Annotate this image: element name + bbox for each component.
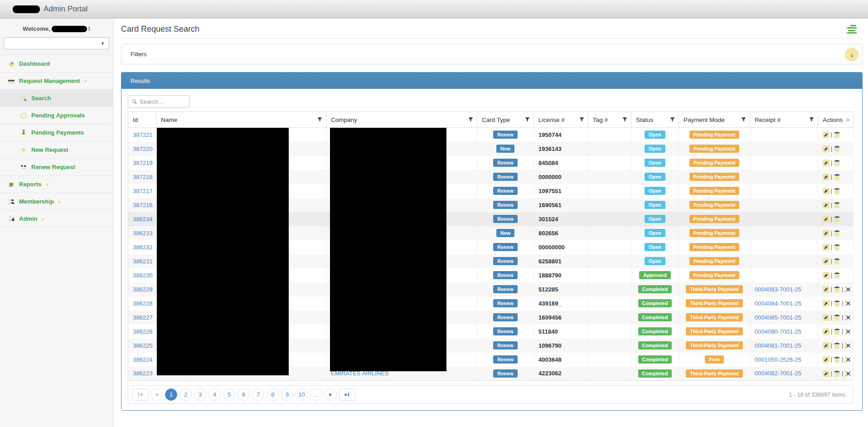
sidebar-item-admin[interactable]: Admin›	[0, 210, 113, 227]
request-id-link[interactable]: 386223	[133, 370, 152, 377]
pager-prev-button[interactable]: ◀	[150, 388, 163, 401]
edit-icon[interactable]	[823, 272, 829, 279]
edit-icon[interactable]	[823, 286, 829, 293]
request-id-link[interactable]: 387219	[133, 160, 152, 166]
request-id-link[interactable]: 386233	[133, 230, 152, 237]
filter-funnel-icon[interactable]	[468, 117, 473, 122]
request-id-link[interactable]: 386228	[133, 300, 152, 307]
delete-icon[interactable]	[834, 188, 840, 194]
column-header[interactable]: Id	[128, 112, 156, 128]
delete-icon[interactable]	[834, 174, 840, 180]
edit-icon[interactable]	[823, 230, 829, 237]
request-id-link[interactable]: 386227	[133, 314, 152, 321]
filters-collapse-button[interactable]: ↓	[845, 48, 858, 61]
delete-icon[interactable]	[834, 300, 840, 307]
column-header[interactable]: Tag #	[588, 112, 631, 128]
delete-icon[interactable]	[834, 146, 840, 152]
scissors-icon[interactable]	[844, 342, 851, 349]
delete-icon[interactable]	[834, 202, 840, 209]
request-id-link[interactable]: 386224	[133, 356, 152, 363]
scissors-icon[interactable]	[844, 328, 851, 335]
sidebar-dropdown[interactable]: ▼	[4, 37, 109, 49]
page-button-8[interactable]: 8	[267, 388, 279, 401]
delete-icon[interactable]	[834, 244, 840, 251]
receipt-link[interactable]: 0004082-7001-25	[755, 370, 801, 377]
request-id-link[interactable]: 386232	[133, 244, 152, 251]
receipt-link[interactable]: 0001050-2526-25	[755, 356, 801, 363]
column-header[interactable]: Actions >	[818, 112, 853, 128]
sidebar-item-search[interactable]: Search	[0, 89, 113, 107]
sidebar-item-reports[interactable]: Reports›	[0, 175, 113, 193]
scissors-icon[interactable]	[844, 286, 851, 293]
page-button-3[interactable]: 3	[194, 388, 206, 401]
page-button-5[interactable]: 5	[223, 388, 235, 401]
delete-icon[interactable]	[834, 258, 840, 265]
pager-first-button[interactable]: ◀	[132, 388, 148, 401]
receipt-link[interactable]: 0004085-7001-25	[755, 314, 801, 321]
page-button-1[interactable]: 1	[165, 388, 177, 401]
edit-icon[interactable]	[823, 370, 829, 377]
sidebar-item-new-request[interactable]: New Request	[0, 141, 113, 158]
sidebar-item-request-management[interactable]: Request Management›	[0, 72, 113, 89]
request-id-link[interactable]: 387217	[133, 188, 152, 194]
column-header[interactable]: Name	[156, 112, 326, 128]
edit-icon[interactable]	[823, 146, 829, 152]
edit-icon[interactable]	[823, 202, 829, 209]
column-header[interactable]: License #	[534, 112, 588, 128]
page-button-9[interactable]: 9	[281, 388, 293, 401]
receipt-link[interactable]: 0004083-7001-25	[755, 286, 801, 293]
receipt-link[interactable]: 0004084-7001-25	[755, 300, 801, 307]
scissors-icon[interactable]	[844, 370, 851, 377]
sidebar-item-pending-approvals[interactable]: Pending Approvals	[0, 107, 113, 124]
edit-icon[interactable]	[823, 131, 829, 138]
sidebar-item-membership[interactable]: Membership›	[0, 193, 113, 210]
delete-icon[interactable]	[834, 314, 840, 321]
column-header[interactable]: Card Type	[477, 112, 534, 128]
delete-icon[interactable]	[834, 160, 840, 166]
sidebar-item-pending-payments[interactable]: $ Pending Payments	[0, 124, 113, 141]
column-header[interactable]: Payment Mode	[679, 112, 750, 128]
request-id-link[interactable]: 387218	[133, 174, 152, 180]
column-header[interactable]: Receipt #	[750, 112, 818, 128]
search-input[interactable]	[140, 98, 185, 105]
edit-icon[interactable]	[823, 174, 829, 180]
scissors-icon[interactable]	[844, 314, 851, 321]
request-id-link[interactable]: 386234	[133, 216, 152, 223]
delete-icon[interactable]	[834, 370, 840, 377]
edit-icon[interactable]	[823, 328, 829, 335]
delete-icon[interactable]	[834, 230, 840, 237]
page-button-6[interactable]: 6	[238, 388, 250, 401]
page-button-...[interactable]: ...	[310, 388, 322, 401]
scissors-icon[interactable]	[844, 356, 851, 363]
delete-icon[interactable]	[834, 272, 840, 279]
delete-icon[interactable]	[834, 216, 840, 223]
request-id-link[interactable]: 387216	[133, 202, 152, 209]
menu-sort-icon[interactable]	[846, 24, 857, 35]
delete-icon[interactable]	[834, 328, 840, 335]
edit-icon[interactable]	[823, 258, 829, 265]
sidebar-item-dashboard[interactable]: Dashboard	[0, 55, 113, 72]
filter-funnel-icon[interactable]	[809, 117, 814, 122]
edit-icon[interactable]	[823, 314, 829, 321]
edit-icon[interactable]	[823, 188, 829, 194]
edit-icon[interactable]	[823, 160, 829, 166]
filter-funnel-icon[interactable]	[670, 117, 675, 122]
receipt-link[interactable]: 0004080-7001-25	[755, 328, 801, 335]
request-id-link[interactable]: 386231	[133, 258, 152, 265]
edit-icon[interactable]	[823, 216, 829, 223]
page-button-4[interactable]: 4	[209, 388, 221, 401]
pager-next-button[interactable]: ▶	[325, 388, 337, 401]
delete-icon[interactable]	[834, 342, 840, 349]
filter-funnel-icon[interactable]	[579, 117, 584, 122]
filter-funnel-icon[interactable]	[317, 117, 322, 122]
request-id-link[interactable]: 387220	[133, 146, 152, 152]
request-id-link[interactable]: 387221	[133, 131, 152, 138]
edit-icon[interactable]	[823, 342, 829, 349]
column-header[interactable]: Status	[631, 112, 679, 128]
request-id-link[interactable]: 386226	[133, 328, 152, 335]
column-expand-icon[interactable]: >	[846, 116, 849, 123]
filter-funnel-icon[interactable]	[622, 117, 627, 122]
column-header[interactable]: Company	[326, 112, 477, 128]
scissors-icon[interactable]	[844, 300, 851, 307]
request-id-link[interactable]: 386230	[133, 272, 152, 279]
